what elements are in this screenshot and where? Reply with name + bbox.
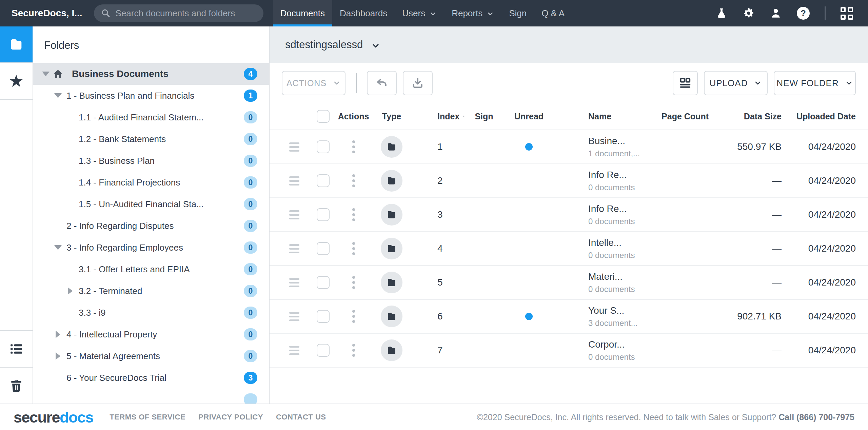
tree-item[interactable]: Business Documents 4 <box>33 63 269 85</box>
global-search[interactable] <box>94 4 263 22</box>
folder-count-badge: 0 <box>244 285 257 297</box>
row-checkbox[interactable] <box>317 310 330 323</box>
tree-expand-caret[interactable] <box>52 331 64 338</box>
row-name-link[interactable]: Materi...0 documents <box>554 271 649 294</box>
folder-count-badge: 1 <box>244 90 257 102</box>
row-name-link[interactable]: Info Re...0 documents <box>554 170 649 192</box>
row-actions-menu[interactable] <box>352 208 355 221</box>
row-name-link[interactable]: Corpor...0 documents <box>554 339 649 362</box>
row-actions-menu[interactable] <box>352 344 355 357</box>
row-uploaded-date: 04/24/2020 <box>795 175 868 186</box>
download-button[interactable] <box>403 71 433 95</box>
drag-handle[interactable] <box>289 312 299 321</box>
row-checkbox[interactable] <box>317 140 330 153</box>
folder-type-icon <box>381 272 402 293</box>
row-name-link[interactable]: Info Re...0 documents <box>554 203 649 226</box>
column-header-index[interactable]: Index <box>414 112 465 121</box>
search-input[interactable] <box>116 8 257 19</box>
nav-item-sign[interactable]: Sign <box>501 0 534 26</box>
footer-link-privacy-policy[interactable]: PRIVACY POLICY <box>198 413 263 422</box>
row-checkbox[interactable] <box>317 208 330 221</box>
folder-count-badge: 0 <box>244 111 257 123</box>
primary-nav: Documents Dashboards Users Reports Sign … <box>273 0 572 26</box>
tree-item[interactable]: 1.5 - Un-Audited Financial Sta... 0 <box>33 193 269 215</box>
rail-starred-button[interactable]: ★ <box>0 63 33 100</box>
table-row: 5 Materi...0 documents — 04/24/2020 <box>270 266 868 300</box>
nav-item-dashboards[interactable]: Dashboards <box>332 0 395 26</box>
tree-expand-caret[interactable] <box>39 72 52 76</box>
folder-name: 2 - Info Regarding Disputes <box>66 221 174 231</box>
drag-handle[interactable] <box>289 142 299 152</box>
row-actions-menu[interactable] <box>352 310 355 323</box>
column-header-data-size[interactable]: Data Size <box>722 112 795 121</box>
new-folder-button[interactable]: NEW FOLDER <box>774 71 856 95</box>
tree-item[interactable]: 3.3 - i9 0 <box>33 302 269 324</box>
tree-expand-caret[interactable] <box>64 287 77 295</box>
footer-link-contact-us[interactable]: CONTACT US <box>276 413 326 422</box>
drag-handle[interactable] <box>289 210 299 219</box>
tree-item[interactable]: 5 - Material Agreements 0 <box>33 345 269 367</box>
breadcrumb-room-name[interactable]: sdtestingsalessd <box>285 39 363 51</box>
rail-trash-button[interactable] <box>0 367 33 404</box>
tree-item[interactable]: 2 - Info Regarding Disputes 0 <box>33 215 269 237</box>
row-actions-menu[interactable] <box>352 174 355 187</box>
tree-expand-caret[interactable] <box>52 93 64 98</box>
rail-index-button[interactable] <box>0 330 33 367</box>
column-header-page-count[interactable]: Page Count <box>649 112 722 121</box>
tree-item[interactable]: 1 - Business Plan and Financials 1 <box>33 85 269 106</box>
undo-icon <box>375 77 388 90</box>
view-toggle-button[interactable] <box>673 71 698 95</box>
user-icon[interactable] <box>770 7 782 19</box>
tree-item[interactable]: 1.4 - Financial Projections 0 <box>33 172 269 193</box>
undo-button[interactable] <box>367 71 397 95</box>
securedocs-logo[interactable]: securedocs <box>14 410 93 425</box>
folder-count-badge: 0 <box>244 263 257 275</box>
column-header-sign[interactable]: Sign <box>465 112 504 121</box>
row-actions-menu[interactable] <box>352 276 355 289</box>
tree-item[interactable]: 3.1 - Offer Letters and EPIIA 0 <box>33 258 269 280</box>
tree-item[interactable]: 3 - Info Regarding Employees 0 <box>33 237 269 258</box>
help-icon[interactable]: ? <box>797 7 810 20</box>
row-name-link[interactable]: Busine...1 document,... <box>554 136 649 158</box>
row-checkbox[interactable] <box>317 344 330 357</box>
drag-handle[interactable] <box>289 176 299 185</box>
row-actions-menu[interactable] <box>352 242 355 255</box>
tree-item[interactable]: 1.3 - Business Plan 0 <box>33 150 269 172</box>
nav-item-reports[interactable]: Reports <box>444 0 501 26</box>
tree-expand-caret[interactable] <box>52 245 64 250</box>
column-header-uploaded-date[interactable]: Uploaded Date <box>795 112 868 121</box>
nav-item-documents[interactable]: Documents <box>273 0 333 26</box>
row-checkbox[interactable] <box>317 242 330 255</box>
account-name[interactable]: SecureDocs, I... <box>0 8 94 19</box>
tree-item[interactable]: 3.2 - Terminated 0 <box>33 280 269 302</box>
rail-folders-button[interactable] <box>0 26 33 63</box>
row-checkbox[interactable] <box>317 276 330 289</box>
tree-item[interactable]: 6 - Your SecureDocs Trial 3 <box>33 367 269 389</box>
select-all-checkbox[interactable] <box>317 110 330 123</box>
row-actions-menu[interactable] <box>352 140 355 153</box>
row-checkbox[interactable] <box>317 174 330 187</box>
row-name-link[interactable]: Intelle...0 documents <box>554 237 649 260</box>
chevron-down-icon[interactable] <box>371 41 380 51</box>
actions-button[interactable]: ACTIONS <box>282 71 346 95</box>
lab-flask-icon[interactable] <box>715 7 728 19</box>
drag-handle[interactable] <box>289 244 299 253</box>
column-header-unread[interactable]: Unread <box>504 112 554 121</box>
tree-item[interactable]: 1.1 - Audited Financial Statem... 0 <box>33 106 269 128</box>
tree-item[interactable]: 4 - Intellectual Property 0 <box>33 324 269 345</box>
nav-item-q-a[interactable]: Q & A <box>534 0 572 26</box>
apps-grid-icon[interactable] <box>841 7 853 20</box>
column-header-type[interactable]: Type <box>370 112 414 121</box>
tree-expand-caret[interactable] <box>52 352 64 360</box>
gear-icon[interactable] <box>743 7 755 19</box>
upload-button[interactable]: UPLOAD <box>704 71 768 95</box>
drag-handle[interactable] <box>289 346 299 355</box>
drag-handle[interactable] <box>289 278 299 287</box>
tree-item[interactable]: 1.2 - Bank Statements 0 <box>33 128 269 150</box>
column-header-name[interactable]: Name <box>554 112 649 121</box>
row-uploaded-date: 04/24/2020 <box>795 311 868 322</box>
column-header-actions[interactable]: Actions <box>337 112 370 121</box>
footer-link-terms-of-service[interactable]: TERMS OF SERVICE <box>110 413 185 422</box>
nav-item-users[interactable]: Users <box>395 0 444 26</box>
row-name-link[interactable]: Your S...3 document... <box>554 305 649 328</box>
